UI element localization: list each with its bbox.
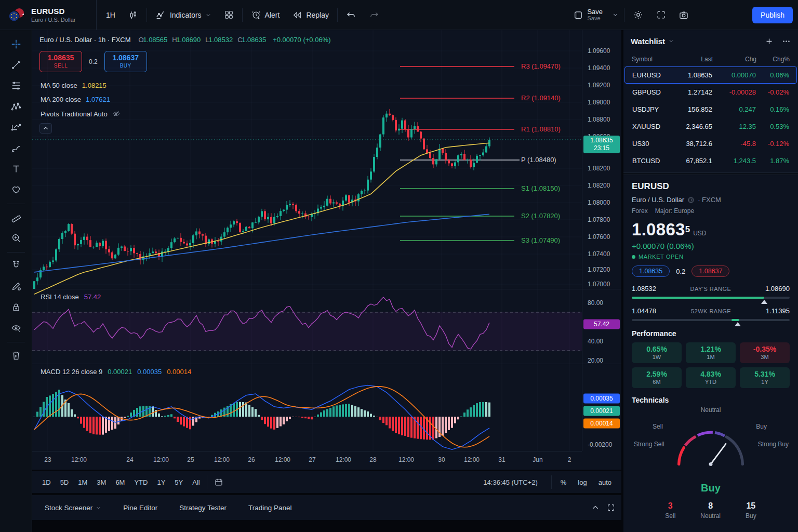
detail-symbol[interactable]: EURUSD bbox=[632, 181, 790, 192]
tool-text[interactable] bbox=[6, 159, 26, 179]
tool-crosshair[interactable] bbox=[6, 34, 26, 54]
fullscreen-button[interactable] bbox=[650, 5, 672, 25]
study-ma200[interactable]: MA 200 close 1.07621 bbox=[41, 96, 110, 103]
log-scale-button[interactable]: log bbox=[573, 476, 591, 489]
tool-lock[interactable] bbox=[6, 297, 26, 317]
symbol-switcher[interactable]: EURUSD Euro / U.S. Dollar bbox=[0, 0, 97, 30]
study-pivots[interactable]: Pivots Traditional Auto bbox=[41, 110, 121, 118]
settings-button[interactable] bbox=[627, 5, 650, 25]
panel-collapse-button[interactable] bbox=[591, 503, 600, 512]
tool-trend-line[interactable] bbox=[6, 55, 26, 75]
tool-fib-retracement[interactable] bbox=[6, 76, 26, 96]
watchlist-add-button[interactable] bbox=[765, 37, 774, 46]
bottom-tab-pine-editor[interactable]: Pine Editor bbox=[117, 500, 164, 516]
watchlist-col-last[interactable]: Last bbox=[673, 56, 713, 63]
bottom-tab-trading-panel[interactable]: Trading Panel bbox=[242, 500, 298, 516]
publish-button[interactable]: Publish bbox=[752, 7, 793, 23]
save-menu-chevron[interactable] bbox=[609, 5, 622, 25]
tool-xabcd-pattern[interactable] bbox=[6, 97, 26, 116]
watchlist-col-chg[interactable]: Chg bbox=[713, 56, 756, 63]
interval-button[interactable]: 1H bbox=[100, 5, 122, 25]
watchlist-col-symbol[interactable]: Symbol bbox=[632, 56, 673, 63]
buy-button[interactable]: 1.08637BUY bbox=[104, 51, 147, 72]
macd-axis-label: -0.00200 bbox=[588, 441, 612, 448]
market-status: MARKET OPEN bbox=[632, 254, 790, 260]
macd-legend[interactable]: MACD 12 26 close 9 0.00021 0.00035 0.000… bbox=[41, 368, 191, 376]
watchlist-title-menu[interactable]: Watchlist bbox=[631, 37, 674, 46]
watchlist-row-US30[interactable]: US3038,712.6-45.8-0.12% bbox=[624, 135, 797, 152]
tool-ruler[interactable] bbox=[6, 207, 26, 227]
range-button-1M[interactable]: 1M bbox=[73, 476, 92, 489]
tool-zoom-in[interactable] bbox=[6, 228, 26, 248]
ask-pill[interactable]: 1.08637 bbox=[691, 265, 729, 277]
panel-maximize-button[interactable] bbox=[607, 503, 615, 512]
watchlist-col-chg%[interactable]: Chg% bbox=[756, 56, 790, 63]
tool-trash[interactable] bbox=[6, 345, 26, 365]
range-button-3M[interactable]: 3M bbox=[92, 476, 111, 489]
bid-pill[interactable]: 1.08635 bbox=[632, 265, 670, 277]
separator bbox=[207, 475, 207, 489]
tool-emoji-heart[interactable] bbox=[6, 180, 26, 200]
watchlist-more-button[interactable] bbox=[782, 37, 791, 46]
range-button-All[interactable]: All bbox=[188, 476, 204, 489]
range-button-1D[interactable]: 1D bbox=[37, 476, 56, 489]
rsi-legend[interactable]: RSI 14 close 57.42 bbox=[41, 293, 101, 301]
save-layout-button[interactable]: Save Save bbox=[567, 5, 609, 25]
watchlist-row-BTCUSD[interactable]: BTCUSD67,852.11,243.51.87% bbox=[624, 152, 797, 169]
time-axis-label: 12:00 bbox=[336, 456, 351, 463]
spread-value: 0.2 bbox=[676, 268, 685, 275]
trade-buttons: 1.08635SELL 0.2 1.08637BUY bbox=[39, 51, 147, 72]
range-button-5Y[interactable]: 5Y bbox=[170, 476, 188, 489]
price-axis-label: 1.07400 bbox=[588, 250, 610, 258]
percent-scale-button[interactable]: % bbox=[556, 476, 571, 489]
redo-button[interactable] bbox=[363, 5, 385, 25]
trend-line-icon bbox=[10, 59, 22, 71]
clock[interactable]: 14:36:45 (UTC+2) bbox=[483, 478, 537, 486]
bottom-panel-bar: Stock Screener Pine EditorStrategy Teste… bbox=[32, 495, 621, 520]
watchlist-row-EURUSD[interactable]: EURUSD1.086350.000700.06% bbox=[624, 66, 797, 84]
auto-scale-button[interactable]: auto bbox=[594, 476, 616, 489]
more-dots-icon bbox=[782, 37, 791, 46]
chart-title[interactable]: Euro / U.S. Dollar · 1h · FXCM bbox=[39, 36, 131, 44]
price-axis[interactable]: 1.096001.094001.092001.090001.088001.086… bbox=[582, 30, 621, 451]
price-axis-label: 1.07800 bbox=[588, 216, 610, 223]
watchlist-row-USDJPY[interactable]: USDJPY156.8520.2470.16% bbox=[624, 101, 797, 118]
tool-hide-drawings[interactable] bbox=[6, 318, 26, 338]
indicators-button[interactable]: Indicators bbox=[149, 5, 218, 25]
range-button-6M[interactable]: 6M bbox=[111, 476, 129, 489]
rsi-axis-label: 40.00 bbox=[588, 338, 603, 345]
save-label: Save bbox=[587, 8, 603, 15]
range-button-5D[interactable]: 5D bbox=[56, 476, 74, 489]
svg-text:R1 (1.08810): R1 (1.08810) bbox=[521, 125, 561, 133]
sell-button[interactable]: 1.08635SELL bbox=[39, 51, 82, 72]
watchlist-columns: SymbolLastChgChg% bbox=[623, 52, 798, 66]
chart-type-button[interactable] bbox=[122, 5, 144, 25]
range-button-YTD[interactable]: YTD bbox=[129, 476, 152, 489]
bottom-tab-strategy-tester[interactable]: Strategy Tester bbox=[173, 500, 233, 516]
replay-button[interactable]: Replay bbox=[286, 5, 335, 25]
days-range-bar bbox=[632, 297, 790, 299]
tool-magnet[interactable] bbox=[6, 256, 26, 275]
tool-brush[interactable] bbox=[6, 138, 26, 158]
time-axis-label: Jun bbox=[533, 456, 542, 463]
chart-canvas[interactable]: R3 (1.09470)R2 (1.09140)R1 (1.08810)P (1… bbox=[32, 30, 582, 451]
alert-button[interactable]: Alert bbox=[245, 5, 286, 25]
eye-slash-icon[interactable] bbox=[112, 110, 121, 118]
pane-divider[interactable] bbox=[32, 364, 621, 364]
bottom-tab-stock-screener[interactable]: Stock Screener bbox=[38, 500, 108, 516]
undo-button[interactable] bbox=[340, 5, 363, 25]
layout-grid-button[interactable] bbox=[218, 5, 240, 25]
study-ma50[interactable]: MA 50 close 1.08215 bbox=[41, 82, 107, 89]
watchlist-row-XAUUSD[interactable]: XAUUSD2,346.6512.350.53% bbox=[624, 118, 797, 135]
watchlist-row-GBPUSD[interactable]: GBPUSD1.27142-0.00028-0.02% bbox=[624, 84, 797, 101]
go-to-date-button[interactable] bbox=[209, 475, 228, 489]
tool-edit-pencil[interactable] bbox=[6, 276, 26, 296]
pane-divider[interactable] bbox=[32, 289, 621, 289]
price-axis-label: 1.09400 bbox=[588, 64, 610, 72]
time-axis[interactable]: 2312:002412:002512:002612:002712:002812:… bbox=[32, 451, 582, 469]
screenshot-button[interactable] bbox=[672, 5, 695, 25]
pane-collapse-button[interactable] bbox=[39, 123, 52, 134]
range-button-1Y[interactable]: 1Y bbox=[152, 476, 170, 489]
tool-forecast[interactable] bbox=[6, 117, 26, 137]
open-symbol-icon[interactable] bbox=[687, 196, 695, 204]
